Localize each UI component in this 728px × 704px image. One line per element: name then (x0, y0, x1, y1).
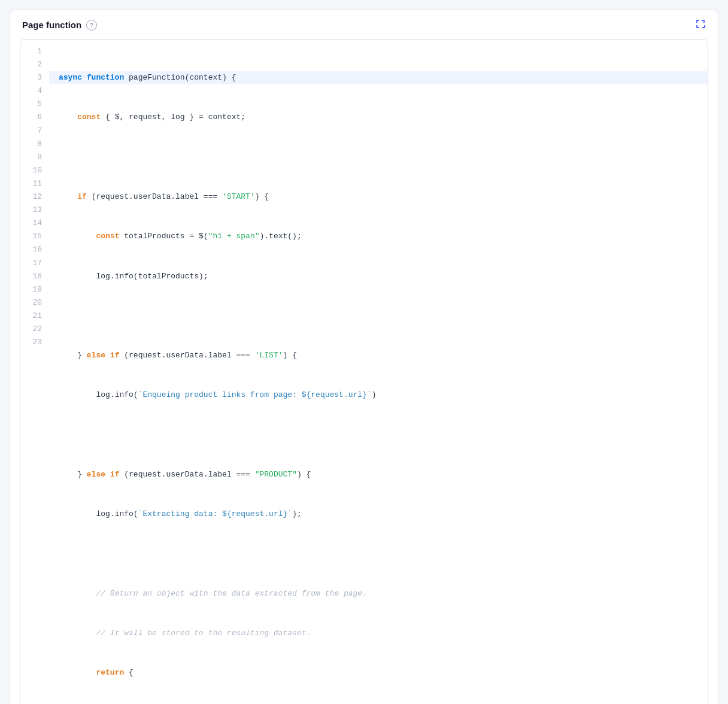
code-editor[interactable]: 1 2 3 4 5 6 7 8 9 10 11 12 13 14 15 16 1 (20, 40, 708, 704)
fullscreen-icon[interactable] (695, 19, 706, 31)
help-icon[interactable]: ? (86, 20, 97, 31)
line-numbers: 1 2 3 4 5 6 7 8 9 10 11 12 13 14 15 16 1 (20, 45, 49, 704)
page-function-section: Page function ? 1 2 3 4 5 6 7 8 (10, 10, 718, 704)
page-function-title: Page function ? (22, 20, 97, 31)
page-function-header: Page function ? (10, 10, 718, 40)
page-function-title-text: Page function (22, 20, 81, 30)
code-lines: async function pageFunction(context) { c… (49, 45, 708, 704)
